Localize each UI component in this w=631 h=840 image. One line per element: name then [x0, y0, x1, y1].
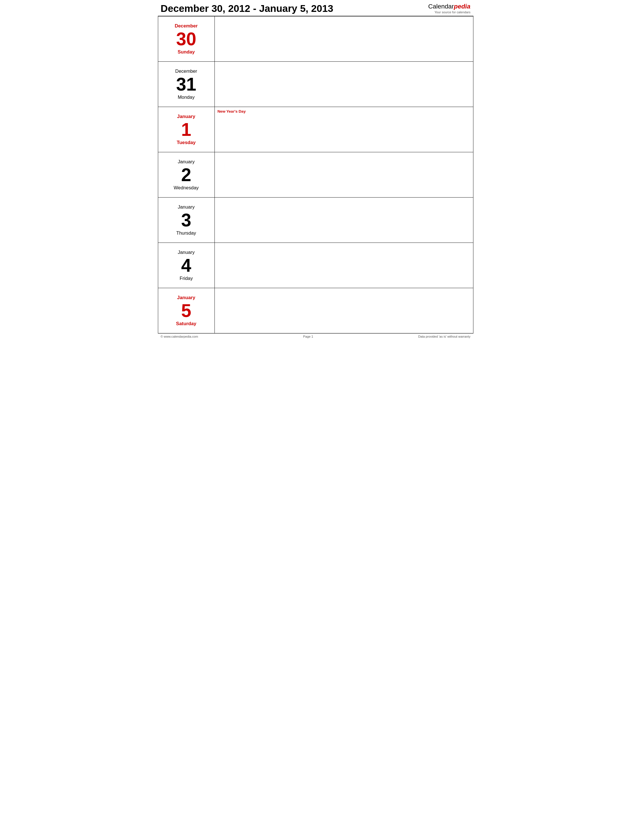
day-row: December 30 Sunday — [158, 16, 473, 62]
page-title: December 30, 2012 - January 5, 2013 — [161, 3, 333, 14]
day-number-0: 30 — [176, 30, 196, 48]
day-label-3: January 2 Wednesday — [158, 152, 215, 197]
day-number-5: 4 — [181, 256, 191, 275]
day-row: January 2 Wednesday — [158, 152, 473, 197]
day-name-5: Friday — [180, 276, 193, 281]
day-content-2: New Year's Day — [215, 107, 473, 152]
day-number-1: 31 — [176, 75, 196, 93]
day-number-2: 1 — [181, 120, 191, 139]
month-name-4: January — [178, 204, 195, 210]
footer-copyright: © www.calendarpedia.com — [161, 335, 198, 338]
day-name-6: Saturday — [176, 321, 196, 327]
day-label-6: January 5 Saturday — [158, 288, 215, 333]
day-label-1: December 31 Monday — [158, 62, 215, 107]
day-name-1: Monday — [178, 95, 195, 100]
day-row: January 5 Saturday — [158, 288, 473, 333]
logo: Calendarpedia — [428, 3, 470, 11]
day-row: December 31 Monday — [158, 62, 473, 107]
footer-page: Page 1 — [303, 335, 313, 338]
day-number-6: 5 — [181, 302, 191, 320]
footer-disclaimer: Data provided 'as is' without warranty — [418, 335, 470, 338]
month-name-2: January — [177, 114, 195, 120]
day-name-0: Sunday — [178, 49, 195, 55]
day-label-2: January 1 Tuesday — [158, 107, 215, 152]
day-content-0 — [215, 16, 473, 62]
day-name-3: Wednesday — [174, 185, 199, 191]
month-name-3: January — [178, 159, 195, 165]
holiday-label-2: New Year's Day — [218, 109, 246, 114]
day-row: January 1 Tuesday New Year's Day — [158, 107, 473, 152]
logo-container: Calendarpedia Your source for calendars — [428, 3, 470, 14]
day-label-4: January 3 Thursday — [158, 197, 215, 243]
day-number-4: 3 — [181, 211, 191, 229]
page-header: December 30, 2012 - January 5, 2013 Cale… — [158, 0, 473, 16]
logo-tagline: Your source for calendars — [428, 11, 470, 14]
day-content-1 — [215, 62, 473, 107]
day-content-3 — [215, 152, 473, 197]
day-content-6 — [215, 288, 473, 333]
month-name-5: January — [178, 249, 195, 255]
day-row: January 4 Friday — [158, 243, 473, 288]
page-footer: © www.calendarpedia.com Page 1 Data prov… — [158, 333, 473, 339]
logo-brand: Calendar — [428, 3, 454, 10]
day-content-5 — [215, 243, 473, 288]
calendar-grid: December 30 Sunday December 31 Monday Ja… — [158, 16, 473, 333]
month-name-1: December — [175, 68, 197, 74]
day-number-3: 2 — [181, 166, 191, 184]
logo-accent: pedia — [454, 3, 470, 10]
day-label-0: December 30 Sunday — [158, 16, 215, 62]
day-content-4 — [215, 197, 473, 243]
page-wrapper: December 30, 2012 - January 5, 2013 Cale… — [158, 0, 473, 339]
day-name-4: Thursday — [176, 231, 196, 236]
day-row: January 3 Thursday — [158, 197, 473, 243]
day-label-5: January 4 Friday — [158, 243, 215, 288]
month-name-6: January — [177, 295, 195, 300]
day-name-2: Tuesday — [177, 140, 196, 145]
month-name-0: December — [175, 23, 197, 29]
